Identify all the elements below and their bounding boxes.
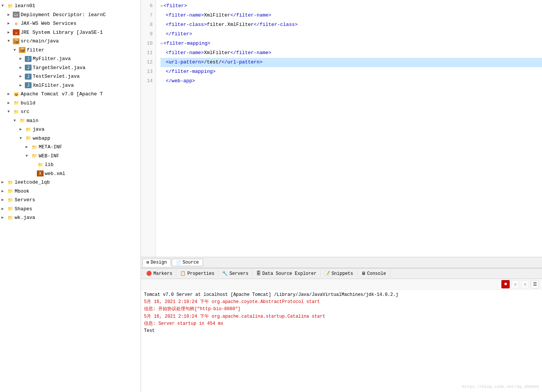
code-line-10: ⊖<filter-mapping> [160,39,542,48]
bottom-tab-console[interactable]: 🖥 Console [357,270,390,277]
tree-item-main[interactable]: ▼ 📁 main [0,116,141,125]
tree-arrow: ▶ [2,206,7,212]
tree-arrow: ▶ [20,65,25,71]
bottom-tab-snippets[interactable]: 📝 Snippets [321,270,357,277]
tree-arrow: ▶ [8,30,13,35]
tree-item-lib[interactable]: 📁 lib [0,160,141,169]
tree-icon: 📁 [7,197,14,203]
code-line-11: <filter-name>XmlFilter</filter-name> [160,48,542,58]
tree-icon: X [37,170,44,176]
tree-icon: 📁 [31,144,38,150]
tree-item-leetcode[interactable]: ▶ 📁 leetcode_lqb [0,178,141,187]
tree-label: META-INF [39,143,62,151]
tree-arrow: ▶ [20,127,25,132]
line-number-12: 12 [142,58,153,67]
code-line-8: <filter-class>filter.XmlFilter</filter-c… [160,20,542,30]
code-text: <filter-name>XmlFilter</filter-name> [166,49,271,57]
tree-label: JAX-WS Web Services [21,20,76,27]
xml-tag: </filter-mapping> [166,69,216,74]
tree-icon: J [25,82,32,88]
xml-tag: <filter-name> [166,50,204,56]
code-text: </filter> [166,30,192,38]
tree-item-Mbook[interactable]: ▶ 📁 Mbook [0,187,141,196]
fold-icon[interactable]: ⊖ [160,41,163,47]
xml-tag: </filter-class> [254,22,298,27]
tree-arrow: ▶ [8,91,13,97]
tree-item-tomcat[interactable]: ▶ 🐱 Apache Tomcat v7.0 [Apache T [0,90,141,99]
tree-item-web-xml[interactable]: X web.xml [0,169,141,178]
bottom-tab-markers[interactable]: 🔴 Markers [142,270,176,277]
tree-item-src-main-java[interactable]: ▼ 📦 src/main/java [0,37,141,46]
debug-button[interactable]: ✕ [521,280,529,288]
tree-item-java[interactable]: ▶ 📁 java [0,125,141,134]
bottom-tab-properties[interactable]: 📋 Properties [176,270,218,277]
bottom-tab-data-source-explorer[interactable]: 🗄 Data Source Explorer [253,270,321,277]
tree-item-learn01[interactable]: ▼ 📁 learn01 [0,2,141,11]
tree-arrow: ▶ [20,83,25,88]
tree-icon: 📁 [7,3,14,9]
tree-icon: 📦 [13,38,20,44]
close-button[interactable]: ✕ [511,280,519,288]
tree-item-jax-ws[interactable]: ▶ ⚙ JAX-WS Web Services [0,19,141,28]
code-text: </web-app> [166,77,195,85]
tree-icon: 📁 [37,162,44,168]
tree-icon: J [25,65,32,71]
code-line-13: </filter-mapping> [160,67,542,77]
tree-label: Apache Tomcat v7.0 [Apache T [21,90,103,98]
tree-item-TargetServlet[interactable]: ▶ J TargetServlet.java [0,63,141,72]
tree-item-Shapes[interactable]: ▶ 📁 Shapes [0,205,141,214]
tree-item-wk-java[interactable]: ▶ 📁 wk.java [0,213,141,222]
code-text: <filter> [164,2,187,10]
line-numbers: 67891011121314 [141,0,156,257]
bottom-tab-servers[interactable]: 🔧 Servers [218,270,252,277]
tab-source[interactable]: 📄 Source [172,259,203,266]
tab-icon-snippets: 📝 [324,271,330,276]
tree-arrow: ▶ [8,12,13,18]
tree-label: learn01 [15,2,35,10]
tab-design[interactable]: ⊞ Design [142,259,171,267]
tree-item-MyFilter[interactable]: ▶ J MyFilter.java [0,54,141,63]
code-text: <filter-class>filter.XmlFilter</filter-c… [166,21,298,29]
tree-item-Servers[interactable]: ▶ 📁 Servers [0,196,141,205]
code-editor: 67891011121314 ⊖<filter> <filter-name>Xm… [141,0,542,257]
tree-item-deployment[interactable]: ▶ 🗂 Deployment Descriptor: learnC [0,11,141,20]
tree-item-build[interactable]: ▶ 📁 build [0,99,141,108]
tree-item-jre[interactable]: ▶ ☕ JRE System Library [JavaSE-1 [0,28,141,37]
design-source-tabs: ⊞ Design 📄 Source [141,257,542,268]
tree-label: WEB-INF [39,152,59,160]
tab-icon-properties: 📋 [180,271,186,276]
tab-icon-data-source-explorer: 🗄 [256,271,261,276]
line-number-8: 8 [142,20,153,30]
tree-item-XmlFilter[interactable]: ▶ J XmlFilter.java [0,81,141,90]
line-number-11: 11 [142,48,153,58]
tree-icon: 📁 [13,109,20,115]
code-text: <url-pattern>/test/</url-pattern> [166,59,262,66]
tree-item-WEB-INF[interactable]: ▼ 📁 WEB-INF [0,152,141,161]
tree-item-filter-pkg[interactable]: ▼ 📦 filter [0,46,141,55]
code-text: <filter-name>XmlFilter</filter-name> [166,12,271,20]
tree-item-META-INF[interactable]: ▶ 📁 META-INF [0,143,141,152]
tree-label: src/main/java [21,38,59,45]
tab-icon-markers: 🔴 [146,271,152,276]
line-number-13: 13 [142,67,153,77]
xml-tag: <url-pattern> [166,59,204,65]
console-output: Tomcat v7.0 Server at localhost [Apache … [141,290,542,392]
xml-tag: </filter> [166,31,192,37]
console-header: Tomcat v7.0 Server at localhost [Apache … [144,291,539,299]
source-tab-label: Source [183,260,199,265]
tree-arrow: ▶ [2,179,7,185]
source-icon: 📄 [176,260,181,265]
tree-label: Deployment Descriptor: learnC [21,11,106,19]
tree-item-src[interactable]: ▼ 📁 src [0,107,141,116]
tree-item-webapp[interactable]: ▼ 📁 webapp [0,134,141,143]
tree-icon: 📁 [13,100,20,106]
fold-icon[interactable]: ⊖ [160,3,163,9]
tree-icon: 📁 [25,135,32,141]
line-number-7: 7 [142,11,153,20]
stop-button[interactable]: ■ [501,280,510,288]
tab-label-servers: Servers [229,271,248,276]
tree-label: TestServlet.java [33,73,80,80]
tree-item-TestServlet[interactable]: ▶ J TestServlet.java [0,72,141,81]
tree-arrow: ▶ [8,21,13,26]
console-view-button[interactable]: ☰ [531,280,539,288]
